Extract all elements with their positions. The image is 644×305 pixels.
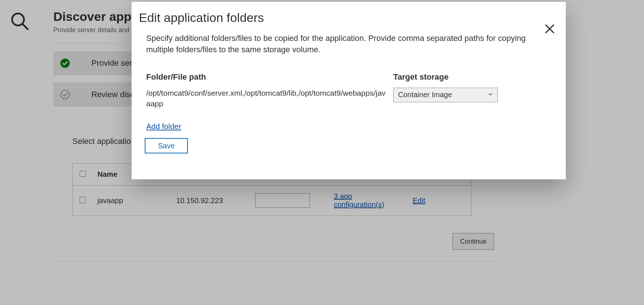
- add-folder-link[interactable]: Add folder: [146, 122, 181, 131]
- modal-title: Edit application folders: [139, 11, 551, 25]
- target-storage-select[interactable]: Container Image: [393, 88, 498, 102]
- folder-path-value: /opt/tomcat9/conf/server.xml,/opt/tomcat…: [146, 88, 386, 109]
- chevron-down-icon: [487, 91, 494, 99]
- close-icon: [544, 23, 556, 36]
- edit-application-folders-modal: Edit application folders Specify additio…: [132, 2, 566, 179]
- target-storage-value: Container Image: [398, 91, 452, 99]
- folder-path-label: Folder/File path: [146, 72, 393, 82]
- save-button[interactable]: Save: [145, 138, 188, 153]
- modal-description: Specify additional folders/files to be c…: [146, 33, 534, 56]
- target-storage-label: Target storage: [393, 72, 525, 82]
- close-button[interactable]: [542, 22, 557, 37]
